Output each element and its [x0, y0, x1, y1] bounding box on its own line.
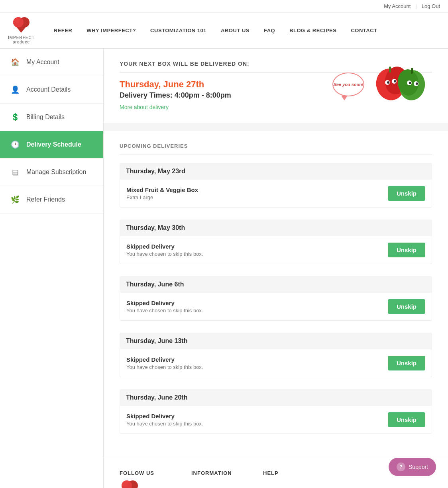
footer-follow: FOLLOW US [120, 470, 167, 488]
delivery-card: Thursday, May 30th Skipped Delivery You … [120, 220, 432, 264]
delivery-info: Mixed Fruit & Veggie Box Extra Large [126, 186, 198, 200]
sidebar-label-delivery-schedule: Delivery Schedule [26, 141, 81, 148]
speech-bubble-text: See you soon! [333, 82, 363, 87]
top-my-account-link[interactable]: My Account [384, 3, 411, 9]
log-out-link[interactable]: Log Out [422, 3, 440, 9]
delivery-title: Skipped Delivery [126, 413, 203, 419]
dollar-icon: 💲 [10, 112, 21, 123]
footer-logo [120, 480, 140, 488]
delivery-subtitle: Extra Large [126, 194, 198, 200]
delivery-body: Skipped Delivery You have chosen to skip… [120, 406, 432, 434]
unskip-button[interactable]: Unskip [388, 186, 425, 201]
svg-point-16 [409, 82, 411, 84]
delivery-title: Skipped Delivery [126, 243, 203, 250]
sidebar-item-billing-details[interactable]: 💲 Billing Details [0, 104, 103, 131]
delivery-body: Skipped Delivery You have chosen to skip… [120, 349, 432, 377]
delivery-card: Thursday, June 6th Skipped Delivery You … [120, 276, 432, 321]
nav-links: REFER WHY IMPERFECT? CUSTOMIZATION 101 A… [47, 20, 385, 41]
delivery-body: Skipped Delivery You have chosen to skip… [120, 236, 432, 264]
peppers-svg [368, 57, 432, 104]
delivery-info: Skipped Delivery You have chosen to skip… [126, 413, 203, 427]
unskip-button[interactable]: Unskip [388, 356, 425, 370]
delivery-date: Thursday, May 23rd [120, 163, 432, 180]
delivery-title: Skipped Delivery [126, 356, 203, 363]
unskip-button[interactable]: Unskip [388, 243, 425, 257]
svg-point-9 [387, 81, 389, 84]
support-label: Support [409, 464, 428, 470]
delivery-subtitle: You have chosen to skip this box. [126, 251, 203, 257]
page-layout: 🏠 My Account 👤 Account Details 💲 Billing… [0, 49, 448, 488]
sidebar-item-delivery-schedule[interactable]: 🕐 Delivery Schedule [0, 131, 103, 159]
delivery-info: Skipped Delivery You have chosen to skip… [126, 356, 203, 370]
sidebar: 🏠 My Account 👤 Account Details 💲 Billing… [0, 49, 104, 488]
delivery-date: Thursday, June 13th [120, 333, 432, 349]
delivery-title: Skipped Delivery [126, 300, 203, 306]
nav-contact[interactable]: CONTACT [344, 20, 384, 41]
sidebar-label-manage-subscription: Manage Subscription [26, 169, 86, 176]
sidebar-item-manage-subscription[interactable]: ▤ Manage Subscription [0, 159, 103, 186]
support-button[interactable]: ? Support [389, 458, 436, 476]
delivery-card: Thursday, June 13th Skipped Delivery You… [120, 333, 432, 377]
logo-icon [11, 17, 31, 35]
delivery-date: Thursday, May 30th [120, 220, 432, 236]
sidebar-item-my-account[interactable]: 🏠 My Account [0, 49, 103, 76]
support-icon: ? [397, 463, 405, 471]
nav-about[interactable]: ABOUT US [214, 20, 257, 41]
nav-blog[interactable]: BLOG & RECIPES [282, 20, 344, 41]
sidebar-label-refer-friends: Refer Friends [26, 196, 65, 203]
speech-bubble: See you soon! [332, 73, 364, 96]
more-delivery-link[interactable]: More about delivery [120, 104, 169, 110]
footer-help-heading: HELP [263, 470, 311, 476]
sidebar-item-refer-friends[interactable]: 🌿 Refer Friends [0, 186, 103, 214]
upcoming-label: UPCOMING DELIVERIES [120, 143, 432, 155]
svg-rect-6 [389, 67, 391, 73]
delivery-card: Thursday, May 23rd Mixed Fruit & Veggie … [120, 163, 432, 208]
nav-why[interactable]: WHY IMPERFECT? [79, 20, 143, 41]
delivery-date: Thursday, June 6th [120, 276, 432, 293]
delivery-subtitle: You have chosen to skip this box. [126, 308, 203, 314]
footer-information: INFORMATION [191, 470, 239, 480]
home-icon: 🏠 [10, 57, 21, 68]
unskip-button[interactable]: Unskip [388, 299, 425, 314]
svg-rect-13 [411, 68, 413, 74]
upcoming-section: UPCOMING DELIVERIES Thursday, May 23rd M… [104, 131, 448, 458]
sidebar-label-account-details: Account Details [26, 86, 71, 93]
delivery-subtitle: You have chosen to skip this box. [126, 364, 203, 370]
sidebar-item-account-details[interactable]: 👤 Account Details [0, 76, 103, 104]
sidebar-label-billing-details: Billing Details [26, 114, 65, 121]
delivery-subtitle: You have chosen to skip this box. [126, 421, 203, 427]
nav-faq[interactable]: FAQ [257, 20, 282, 41]
logo-text: IMPERFECTproduce [8, 35, 35, 44]
delivery-info: Skipped Delivery You have chosen to skip… [126, 243, 203, 257]
delivery-body: Mixed Fruit & Veggie Box Extra Large Uns… [120, 180, 432, 208]
sidebar-label-my-account: My Account [26, 59, 59, 66]
top-divider: | [415, 3, 417, 9]
grid-icon: ▤ [10, 167, 21, 178]
footer-help: HELP [263, 470, 311, 480]
main-nav: IMPERFECTproduce REFER WHY IMPERFECT? CU… [0, 13, 448, 49]
pepper-art: See you soon! [332, 57, 432, 104]
main-content: YOUR NEXT BOX WILL BE DELIVERED ON: Thur… [104, 49, 448, 488]
footer-information-heading: INFORMATION [191, 470, 239, 476]
clock-icon: 🕐 [10, 139, 21, 150]
nav-custom[interactable]: CUSTOMIZATION 101 [143, 20, 214, 41]
delivery-body: Skipped Delivery You have chosen to skip… [120, 293, 432, 321]
delivery-title: Mixed Fruit & Veggie Box [126, 186, 198, 193]
leaf-icon: 🌿 [10, 194, 21, 205]
person-icon: 👤 [10, 84, 21, 95]
top-bar: My Account | Log Out [0, 0, 448, 13]
delivery-info: Skipped Delivery You have chosen to skip… [126, 300, 203, 314]
svg-point-3 [13, 17, 24, 27]
svg-point-10 [394, 80, 396, 82]
delivery-date: Thursday, June 20th [120, 389, 432, 406]
unskip-button[interactable]: Unskip [388, 412, 425, 427]
delivery-card: Thursday, June 20th Skipped Delivery You… [120, 389, 432, 434]
footer-follow-heading: FOLLOW US [120, 470, 167, 476]
logo[interactable]: IMPERFECTproduce [8, 13, 35, 48]
delivery-cards-container: Thursday, May 23rd Mixed Fruit & Veggie … [120, 163, 432, 434]
next-box-section: YOUR NEXT BOX WILL BE DELIVERED ON: Thur… [104, 49, 448, 123]
svg-point-17 [416, 82, 418, 85]
nav-refer[interactable]: REFER [47, 20, 80, 41]
